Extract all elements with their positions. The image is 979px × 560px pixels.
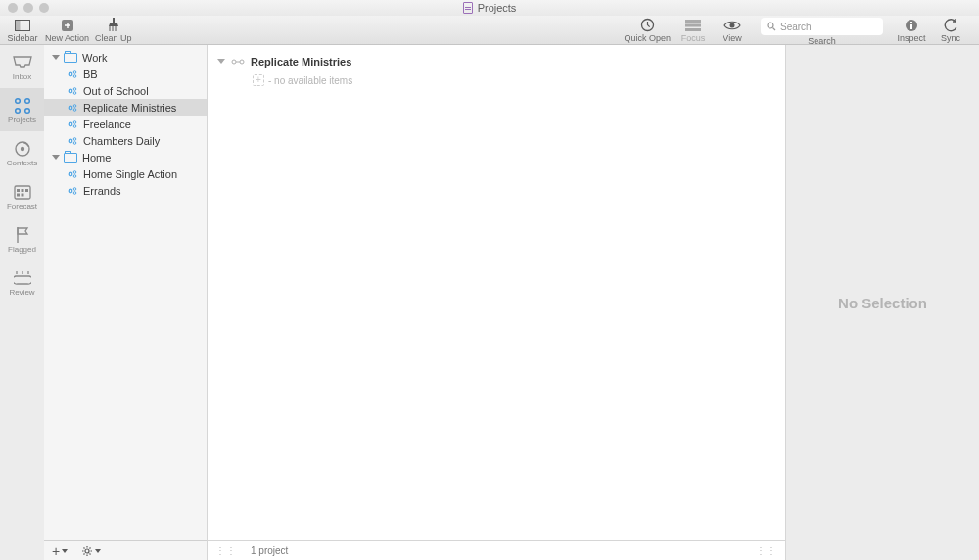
svg-point-43: [69, 189, 72, 193]
project-icon: [68, 169, 77, 179]
toggle-sidebar-button[interactable]: Sidebar: [6, 18, 39, 43]
quick-open-button[interactable]: Quick Open: [624, 18, 671, 43]
svg-rect-11: [910, 22, 912, 23]
svg-point-47: [232, 60, 236, 64]
svg-point-33: [73, 108, 76, 111]
svg-rect-21: [21, 189, 23, 192]
project-icon: [68, 103, 77, 113]
svg-point-36: [73, 124, 76, 127]
folder-icon: [64, 53, 77, 63]
project-icon: [68, 186, 77, 196]
search-icon: [767, 22, 776, 31]
inspector-empty-text: No Selection: [838, 295, 927, 311]
project-row[interactable]: Out of School: [44, 82, 207, 99]
document-icon: [463, 2, 473, 14]
main-footer: ⋮⋮ 1 project ⋮⋮: [208, 540, 785, 560]
add-item-placeholder-icon[interactable]: +: [253, 74, 264, 86]
project-icon: [68, 86, 77, 96]
review-icon: [14, 268, 31, 288]
folder-row[interactable]: Home: [44, 149, 207, 165]
svg-point-48: [240, 60, 244, 64]
project-outline: WorkBBOut of SchoolReplicate MinistriesF…: [44, 45, 207, 560]
resize-grip-left[interactable]: ⋮⋮: [215, 545, 237, 556]
perspective-projects[interactable]: Projects: [0, 88, 44, 131]
svg-point-26: [73, 70, 76, 73]
empty-state-row[interactable]: + - no available items: [217, 70, 775, 86]
perspective-inbox[interactable]: Inbox: [0, 45, 44, 88]
gear-icon: [81, 545, 93, 557]
window-titlebar: Projects: [0, 0, 979, 16]
project-row[interactable]: Replicate Ministries: [44, 99, 207, 116]
svg-point-35: [73, 120, 76, 123]
project-row[interactable]: Freelance: [44, 116, 207, 132]
svg-point-14: [24, 98, 29, 103]
project-label: Out of School: [83, 85, 149, 97]
svg-point-32: [73, 104, 76, 107]
svg-point-46: [85, 549, 89, 553]
svg-rect-22: [25, 189, 28, 192]
svg-rect-23: [17, 193, 20, 196]
project-header-row[interactable]: Replicate Ministries: [217, 53, 775, 70]
clean-up-button[interactable]: Clean Up: [95, 18, 132, 43]
project-label: Freelance: [83, 118, 131, 130]
sync-button[interactable]: Sync: [934, 18, 967, 43]
project-title: Replicate Ministries: [251, 56, 351, 68]
svg-point-42: [73, 174, 76, 177]
perspective-rail: Inbox Projects Contexts Forecast Flagged…: [0, 45, 44, 560]
svg-rect-19: [15, 186, 30, 199]
action-menu-button[interactable]: [81, 545, 101, 557]
perspective-contexts[interactable]: Contexts: [0, 131, 44, 174]
project-icon: [68, 136, 77, 146]
project-row[interactable]: Errands: [44, 182, 207, 199]
svg-rect-20: [17, 189, 20, 192]
project-icon: [68, 70, 77, 79]
project-icon: [68, 119, 77, 129]
app-body: Inbox Projects Contexts Forecast Flagged…: [0, 45, 979, 560]
disclosure-triangle-icon[interactable]: [217, 59, 225, 64]
project-row[interactable]: BB: [44, 66, 207, 82]
perspective-flagged[interactable]: Flagged: [0, 217, 44, 260]
inspect-button[interactable]: Inspect: [895, 18, 928, 43]
disclosure-triangle-icon[interactable]: [52, 55, 60, 60]
perspective-forecast[interactable]: Forecast: [0, 174, 44, 217]
svg-point-16: [24, 108, 29, 113]
svg-point-18: [20, 146, 23, 150]
svg-point-40: [69, 172, 72, 176]
disclosure-triangle-icon[interactable]: [52, 155, 60, 160]
svg-point-28: [69, 89, 72, 93]
folder-icon: [64, 153, 77, 163]
svg-point-45: [73, 191, 76, 194]
svg-point-13: [15, 98, 20, 103]
perspective-review[interactable]: Review: [0, 260, 44, 303]
project-row[interactable]: Home Single Action: [44, 165, 207, 182]
folder-row[interactable]: Work: [44, 49, 207, 66]
svg-point-34: [69, 122, 72, 126]
folder-label: Work: [82, 52, 107, 64]
inbox-icon: [13, 53, 32, 72]
svg-rect-5: [685, 20, 701, 23]
project-label: Replicate Ministries: [83, 102, 176, 114]
outline-footer: +: [44, 540, 207, 560]
projects-icon: [13, 96, 32, 116]
resize-grip-right[interactable]: ⋮⋮: [756, 545, 777, 556]
svg-point-8: [730, 23, 735, 27]
status-text: 1 project: [251, 545, 746, 556]
svg-rect-7: [685, 28, 701, 31]
new-action-button[interactable]: New Action: [45, 18, 89, 43]
forecast-icon: [14, 182, 31, 202]
project-row[interactable]: Chambers Daily: [44, 132, 207, 149]
svg-point-39: [73, 141, 76, 144]
view-button[interactable]: View: [716, 18, 749, 43]
svg-point-25: [69, 72, 72, 76]
main-content: Replicate Ministries + - no available it…: [207, 45, 786, 560]
empty-state-text: - no available items: [268, 75, 352, 86]
svg-point-15: [15, 108, 20, 113]
project-label: Home Single Action: [83, 168, 177, 180]
svg-rect-12: [910, 24, 912, 29]
focus-button[interactable]: Focus: [676, 18, 710, 43]
add-menu-button[interactable]: +: [52, 543, 68, 559]
search-input[interactable]: Search: [761, 18, 883, 35]
contexts-icon: [14, 139, 31, 159]
folder-label: Home: [82, 152, 111, 163]
project-label: BB: [83, 69, 98, 80]
